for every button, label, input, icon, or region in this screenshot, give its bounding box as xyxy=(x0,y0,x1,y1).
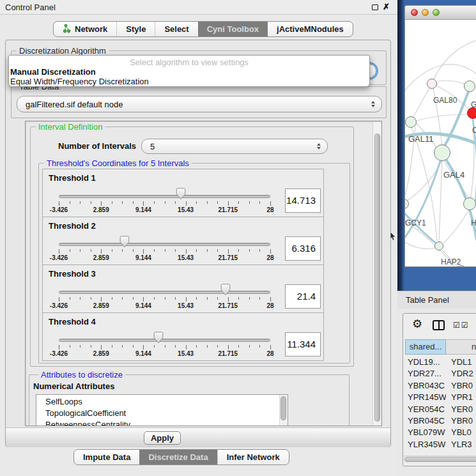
tab-cyni-toolbox[interactable]: Cyni Toolbox xyxy=(198,22,268,36)
slider-tick xyxy=(91,345,91,348)
tab-label: Discretize Data xyxy=(148,452,208,462)
network-node-c[interactable] xyxy=(467,107,476,119)
slider-thumb[interactable] xyxy=(153,332,164,344)
threshold-slider[interactable]: -3.4262.8599.14415.4321.71528 xyxy=(59,265,270,314)
table-row[interactable]: YER054CYER0 xyxy=(405,404,476,415)
gear-icon[interactable]: ⚙ xyxy=(412,318,422,330)
slider-tick xyxy=(175,297,176,300)
column-layout-icon[interactable] xyxy=(433,320,445,330)
threshold-slider[interactable]: -3.4262.8599.14415.4321.71528 xyxy=(59,169,270,218)
cell-name[interactable]: YLR3 xyxy=(446,439,472,450)
network-node-hap2[interactable] xyxy=(434,242,443,250)
horizontal-scrollbar-thumb[interactable] xyxy=(404,457,476,462)
number-of-intervals-value: 5 xyxy=(150,142,155,151)
cell-name[interactable]: YBL0 xyxy=(446,427,472,438)
cell-name[interactable]: YDR2 xyxy=(446,368,473,380)
table-row[interactable]: YDR27...YDR2 xyxy=(405,368,476,380)
attribute-item[interactable]: SelfLoops xyxy=(45,396,288,408)
cell-shared-name[interactable]: YBL079W xyxy=(405,427,446,438)
slider-track[interactable] xyxy=(59,243,270,246)
network-view-window[interactable]: GAL80GCGAL11GAL4GCY1HHAP2 xyxy=(404,5,476,267)
network-node-gal11[interactable] xyxy=(405,116,417,128)
threshold-value-field[interactable]: 14.713 xyxy=(285,188,321,213)
slider-tick xyxy=(217,297,218,300)
network-node-h[interactable] xyxy=(463,197,476,210)
cell-shared-name[interactable]: YPR145W xyxy=(405,392,446,403)
cell-shared-name[interactable]: YBR043C xyxy=(405,380,446,392)
tab-style[interactable]: Style xyxy=(116,22,155,36)
cell-shared-name[interactable]: YDR27... xyxy=(405,368,446,380)
cell-name[interactable]: YER0 xyxy=(446,404,473,415)
tab-infer-network[interactable]: Infer Network xyxy=(217,450,289,464)
float-window-icon[interactable] xyxy=(372,4,378,10)
slider-tick xyxy=(91,297,91,300)
dropdown-option-manual-discretization[interactable]: Manual Discretization xyxy=(10,67,96,77)
tab-network[interactable]: Network xyxy=(54,22,116,36)
select-columns-icon[interactable]: ☑☑ xyxy=(453,321,470,330)
table-row[interactable]: YDL19...YDL1 xyxy=(405,357,476,368)
table-row[interactable]: YLR345WYLR3 xyxy=(405,439,476,450)
slider-thumb[interactable] xyxy=(119,236,130,248)
cell-shared-name[interactable]: YDL19... xyxy=(405,357,446,368)
attribute-item[interactable]: BetweennessCentrality xyxy=(45,419,288,426)
table-row[interactable]: YPR145WYPR1 xyxy=(405,392,476,403)
slider-track[interactable] xyxy=(59,291,270,294)
network-node-gal80[interactable] xyxy=(427,79,437,89)
tab-jactivemnodules[interactable]: jActiveMNodules xyxy=(268,22,353,36)
tab-label: Network xyxy=(75,24,107,34)
cell-shared-name[interactable]: YER054C xyxy=(405,404,446,415)
number-of-intervals-select[interactable]: 5 xyxy=(141,139,328,154)
dropdown-option-equal-width-frequency[interactable]: Equal Width/Frequency Discretization xyxy=(10,77,149,86)
slider-track[interactable] xyxy=(59,339,270,342)
horizontal-scrollbar[interactable] xyxy=(403,456,476,463)
node-label: GAL11 xyxy=(408,134,434,144)
threshold-value-field[interactable]: 11.344 xyxy=(285,332,321,357)
slider-tick-label: -3.426 xyxy=(50,302,68,309)
network-canvas[interactable]: GAL80GCGAL11GAL4GCY1HHAP2 xyxy=(405,20,476,266)
minimize-traffic-light[interactable] xyxy=(422,9,429,16)
cell-name[interactable]: YBR0 xyxy=(446,415,473,427)
settings-scrollpane: Interval Definition Number of Intervals … xyxy=(25,121,382,426)
attribute-item[interactable]: TopologicalCoefficient xyxy=(45,408,288,419)
slider-tick xyxy=(154,345,155,348)
zoom-traffic-light[interactable] xyxy=(433,9,440,16)
threshold-slider[interactable]: -3.4262.8599.14415.4321.71528 xyxy=(59,313,270,362)
table-row[interactable]: YBR045CYBR0 xyxy=(405,415,476,427)
slider-tick-label: 21.715 xyxy=(219,254,238,261)
cell-shared-name[interactable]: YBR045C xyxy=(405,415,446,427)
cell-name[interactable]: YPR1 xyxy=(446,392,473,403)
cell-shared-name[interactable]: YLR345W xyxy=(405,439,446,450)
tab-select[interactable]: Select xyxy=(155,22,197,36)
vertical-scrollbar[interactable] xyxy=(372,122,381,425)
column-header-shared-name[interactable]: shared... xyxy=(405,339,446,355)
slider-tick xyxy=(143,297,144,302)
table-data-select[interactable]: galFiltered.sif default node xyxy=(17,96,382,112)
threshold-value-field[interactable]: 21.4 xyxy=(285,284,321,309)
threshold-box: Threshold 4-3.4262.8599.14415.4321.71528… xyxy=(42,312,324,361)
list-scrollbar-thumb[interactable] xyxy=(280,396,286,420)
column-header-name[interactable]: name xyxy=(446,339,476,355)
tab-discretize-data[interactable]: Discretize Data xyxy=(139,450,217,464)
threshold-slider[interactable]: -3.4262.8599.14415.4321.71528 xyxy=(59,217,270,266)
tab-label: Select xyxy=(164,24,188,34)
tab-label: Style xyxy=(126,24,146,34)
slider-tick xyxy=(80,297,81,300)
slider-track[interactable] xyxy=(59,195,270,198)
tab-impute-data[interactable]: Impute Data xyxy=(74,450,139,464)
apply-button[interactable]: Apply xyxy=(144,431,181,445)
slider-thumb[interactable] xyxy=(176,188,186,200)
slider-tick xyxy=(112,297,112,300)
table-row[interactable]: YBL079WYBL0 xyxy=(405,427,476,438)
cell-name[interactable]: YBR0 xyxy=(446,380,473,392)
slider-thumb[interactable] xyxy=(220,284,231,296)
threshold-value-field[interactable]: 6.316 xyxy=(285,236,321,261)
close-icon[interactable]: ✗ xyxy=(383,2,390,12)
network-node-g[interactable] xyxy=(464,81,475,92)
close-traffic-light[interactable] xyxy=(411,9,418,16)
slider-tick xyxy=(249,297,250,300)
vertical-scrollbar-thumb[interactable] xyxy=(374,134,380,422)
list-scrollbar[interactable] xyxy=(279,395,288,426)
cell-name[interactable]: YDL1 xyxy=(446,357,472,368)
network-node-gal4[interactable] xyxy=(434,144,450,161)
table-row[interactable]: YBR043CYBR0 xyxy=(405,380,476,392)
